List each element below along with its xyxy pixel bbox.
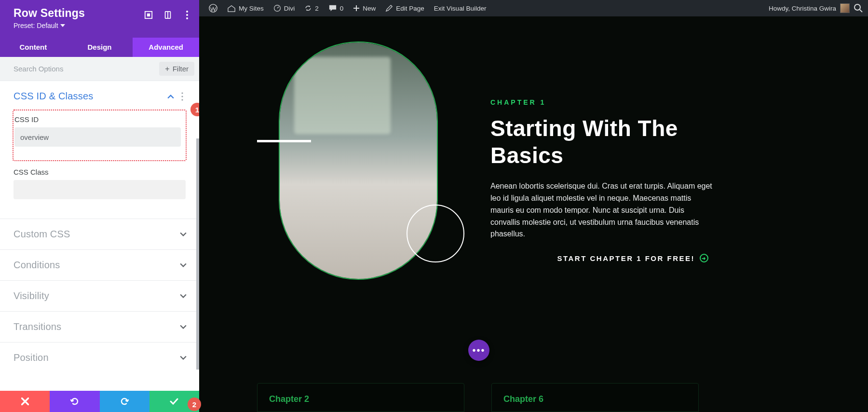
decorative-line — [257, 140, 311, 142]
section-css-id-classes: CSS ID & Classes CSS ID 1 CSS Class — [0, 81, 199, 219]
svg-point-9 — [181, 99, 183, 100]
cta-label: START CHAPTER 1 FOR FREE! — [557, 254, 695, 262]
arrow-circle-icon: ➜ — [700, 254, 708, 262]
section-conditions: Conditions — [0, 249, 199, 280]
section-header-conditions[interactable]: Conditions — [0, 250, 199, 280]
svg-point-10 — [209, 4, 217, 12]
section-header-transitions[interactable]: Transitions — [0, 312, 199, 342]
card-chapter-6[interactable]: Chapter 6 — [491, 383, 699, 412]
section-transitions: Transitions — [0, 311, 199, 342]
avatar[interactable] — [840, 3, 850, 13]
svg-point-7 — [181, 92, 183, 94]
wp-site-divi[interactable]: Divi — [269, 0, 300, 16]
section-header-position[interactable]: Position — [0, 343, 199, 373]
wp-howdy[interactable]: Howdy, Christina Gwira — [769, 5, 836, 12]
hero-title: Starting With The Basics — [490, 115, 712, 169]
wp-exit-builder[interactable]: Exit Visual Builder — [429, 0, 491, 16]
card-chapter-2[interactable]: Chapter 2 — [257, 383, 464, 412]
refresh-icon — [304, 4, 312, 12]
css-id-input[interactable] — [14, 127, 181, 147]
tablet-icon[interactable] — [163, 10, 173, 20]
builder-fab[interactable]: ••• — [468, 340, 489, 361]
wordpress-icon — [209, 4, 217, 13]
filter-button[interactable]: + Filter — [159, 62, 194, 76]
search-icon[interactable] — [854, 3, 863, 13]
section-header-visibility[interactable]: Visibility — [0, 281, 199, 311]
undo-button[interactable] — [50, 391, 99, 412]
redo-button[interactable] — [100, 391, 149, 412]
section-visibility: Visibility — [0, 280, 199, 311]
search-input[interactable]: Search Options — [14, 65, 159, 73]
pencil-icon — [385, 4, 393, 12]
wp-label: Divi — [284, 5, 295, 12]
kebab-icon[interactable] — [178, 92, 187, 101]
section-title: Position — [14, 352, 49, 363]
expand-icon[interactable] — [143, 10, 154, 20]
section-body-cssid: CSS ID 1 CSS Class — [0, 110, 199, 219]
tab-design[interactable]: Design — [67, 38, 133, 57]
close-icon — [21, 398, 29, 405]
section-title: Conditions — [14, 260, 60, 271]
wp-new[interactable]: New — [348, 0, 380, 16]
wp-updates[interactable]: 2 — [299, 0, 324, 16]
wp-label: New — [363, 5, 376, 12]
gauge-icon — [273, 4, 281, 12]
wp-label: My Sites — [239, 5, 264, 12]
kebab-icon[interactable] — [182, 10, 192, 20]
section-position: Position — [0, 342, 199, 373]
wp-my-sites[interactable]: My Sites — [222, 0, 269, 16]
preset-label: Preset: Default — [14, 22, 58, 29]
plus-icon: + — [165, 65, 169, 73]
chevron-down-icon — [180, 262, 187, 269]
svg-point-8 — [181, 96, 183, 97]
svg-point-5 — [186, 14, 188, 16]
chevron-down-icon — [180, 293, 187, 300]
section-title: Custom CSS — [14, 229, 70, 240]
wp-edit-page[interactable]: Edit Page — [380, 0, 429, 16]
wp-label: 2 — [315, 5, 319, 12]
panel-footer: 2 — [0, 391, 199, 412]
wp-logo[interactable] — [204, 0, 222, 16]
settings-panel: Row Settings Preset: Default Content Des… — [0, 0, 199, 412]
save-button[interactable]: 2 — [149, 391, 199, 412]
annotation-badge-1: 1 — [190, 103, 199, 116]
svg-rect-1 — [147, 14, 150, 16]
chapter-cards: Chapter 2 Chapter 6 — [257, 383, 699, 412]
chevron-down-icon — [180, 355, 187, 361]
start-chapter-cta[interactable]: START CHAPTER 1 FOR FREE! ➜ — [490, 254, 712, 262]
hero-paragraph: Aenean lobortis scelerisque dui. Cras ut… — [490, 180, 712, 240]
chapter-tag: CHAPTER 1 — [490, 98, 712, 106]
section-header-cssid[interactable]: CSS ID & Classes — [0, 81, 199, 111]
section-header-custom-css[interactable]: Custom CSS — [0, 219, 199, 249]
preset-dropdown[interactable]: Preset: Default — [14, 22, 85, 29]
decorative-ring — [407, 205, 464, 262]
wp-label: 0 — [340, 5, 344, 12]
svg-point-12 — [854, 4, 860, 10]
section-title: Transitions — [14, 321, 61, 332]
preview-stage: My Sites Divi 2 0 New Edit Page — [199, 0, 868, 412]
filter-label: Filter — [173, 65, 189, 73]
css-id-label: CSS ID — [14, 115, 181, 124]
plus-icon — [353, 5, 360, 12]
redo-icon — [120, 397, 129, 406]
cancel-button[interactable] — [0, 391, 50, 412]
tab-content[interactable]: Content — [0, 38, 67, 57]
section-custom-css: Custom CSS — [0, 219, 199, 249]
caret-down-icon — [60, 24, 65, 27]
section-title: Visibility — [14, 290, 49, 302]
undo-icon — [70, 397, 80, 406]
wp-label: Exit Visual Builder — [434, 5, 487, 12]
css-class-input[interactable] — [14, 180, 186, 199]
chevron-down-icon — [180, 324, 187, 330]
wp-comments[interactable]: 0 — [324, 0, 349, 16]
chevron-down-icon — [180, 231, 187, 238]
panel-tabs: Content Design Advanced — [0, 38, 199, 57]
tab-advanced[interactable]: Advanced — [133, 38, 199, 57]
search-row: Search Options + Filter — [0, 57, 199, 81]
check-icon — [170, 398, 178, 405]
sites-icon — [227, 4, 236, 12]
panel-header: Row Settings Preset: Default — [0, 0, 199, 38]
page-canvas: CHAPTER 1 Starting With The Basics Aenea… — [199, 16, 868, 412]
panel-scroll: CSS ID & Classes CSS ID 1 CSS Class — [0, 81, 199, 391]
svg-point-4 — [186, 11, 188, 13]
